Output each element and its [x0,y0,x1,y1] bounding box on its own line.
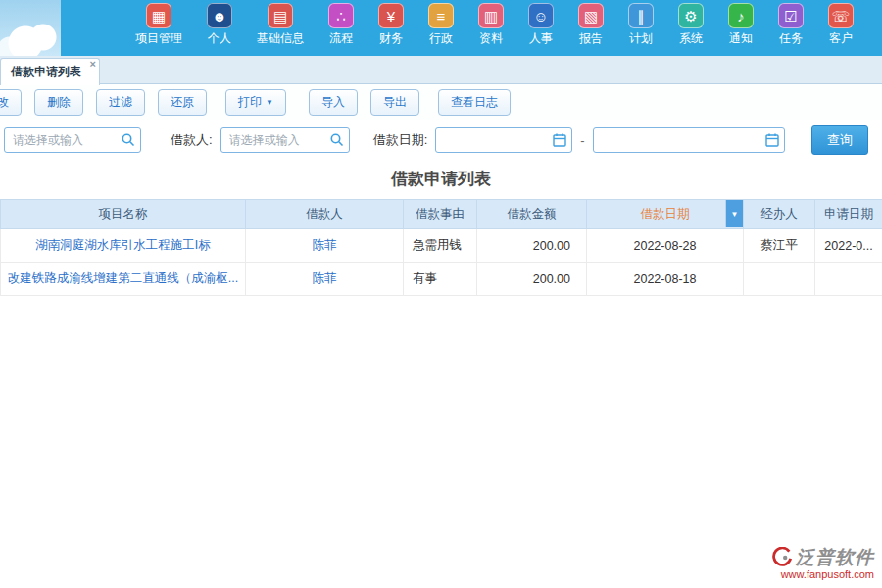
borrower-link[interactable]: 陈菲 [313,271,337,285]
loan-application-table: 项目名称 借款人 借款事由 借款金额 借款日期 ▼ 经办人 申请日期 湖南洞庭湖… [0,199,882,296]
nav-label: 通知 [729,30,753,47]
column-header-project-name[interactable]: 项目名称 [1,200,246,229]
filter-row: 借款人: 借款日期: - 查询 [0,120,882,161]
table-row[interactable]: 湖南洞庭湖水库引水工程施工I标 陈菲 急需用钱 200.00 2022-08-2… [1,229,882,263]
nav-item-workflow[interactable]: ∴ 流程 [328,3,354,47]
column-header-handler[interactable]: 经办人 [744,200,815,229]
nav-item-report[interactable]: ▧ 报告 [578,3,604,47]
nav-item-materials[interactable]: ▥ 资料 [478,3,504,47]
nav-item-personal[interactable]: ☻ 个人 [207,3,232,47]
search-icon[interactable] [121,132,136,148]
import-button[interactable]: 导入 [309,89,358,116]
nav-item-project-management[interactable]: ▦ 项目管理 [135,3,182,47]
document-icon: ▤ [268,3,293,28]
plan-icon: ∥ [628,3,654,28]
nav-label: 行政 [429,30,453,47]
column-header-loan-reason[interactable]: 借款事由 [404,200,477,229]
delete-button[interactable]: 删除 [34,89,83,116]
calendar-icon[interactable] [764,132,780,148]
chevron-down-icon: ▼ [266,98,273,107]
restore-button[interactable]: 还原 [158,89,207,116]
layers-icon: ≡ [428,3,454,28]
nav-label: 财务 [379,30,403,47]
nav-item-customer[interactable]: ☏ 客户 [828,3,854,47]
cell-loan-reason: 有事 [404,263,477,296]
nav-item-task[interactable]: ☑ 任务 [778,3,804,47]
page-title: 借款申请列表 [0,168,882,190]
loan-date-label: 借款日期: [373,131,428,149]
column-header-loan-amount[interactable]: 借款金额 [477,200,587,229]
column-header-apply-date[interactable]: 申请日期 [815,200,882,229]
cloud-logo [0,0,61,56]
query-button[interactable]: 查询 [811,125,868,155]
cell-handler: 蔡江平 [744,229,815,263]
filter-button[interactable]: 过滤 [96,89,145,116]
toolbar: 改 删除 过滤 还原 打印 ▼ 导入 导出 查看日志 [0,84,882,120]
view-log-button[interactable]: 查看日志 [438,89,511,116]
task-icon: ☑ [778,3,804,28]
brand-url: www.fanpusoft.com [771,568,874,580]
speaker-icon: ♪ [728,3,754,28]
report-icon: ▧ [578,3,604,28]
cell-borrower: 陈菲 [246,229,404,263]
tab-label: 借款申请列表 [11,64,81,80]
file-icon: ▥ [478,3,504,28]
nav-label: 流程 [329,30,353,47]
search-icon[interactable] [329,132,345,148]
nav-item-system[interactable]: ⚙ 系统 [678,3,704,47]
nav-item-basic-info[interactable]: ▤ 基础信息 [257,3,304,47]
print-label: 打印 [238,94,262,111]
borrower-link[interactable]: 陈菲 [313,238,337,252]
calendar-icon[interactable] [552,132,567,148]
nav-label: 任务 [779,30,803,47]
fanpu-logo-icon [771,547,793,568]
cell-loan-amount: 200.00 [477,229,587,263]
tab-loan-application-list[interactable]: 借款申请列表 × [0,58,100,85]
customer-icon: ☏ [828,3,854,28]
nav-label: 个人 [208,30,231,47]
table-header-row: 项目名称 借款人 借款事由 借款金额 借款日期 ▼ 经办人 申请日期 [1,200,882,229]
loan-date-to-input[interactable] [593,127,785,153]
nav-label: 资料 [479,30,503,47]
date-range-separator: - [580,133,584,148]
brand-name: 泛普软件 [796,545,874,570]
flowchart-icon: ∴ [328,3,354,28]
cell-project-name: 改建铁路成渝线增建第二直通线（成渝枢... [1,263,246,296]
tab-bar: 借款申请列表 × [0,56,882,84]
cell-project-name: 湖南洞庭湖水库引水工程施工I标 [1,229,246,263]
project-link[interactable]: 改建铁路成渝线增建第二直通线（成渝枢... [8,271,238,285]
nav-label: 人事 [529,30,553,47]
project-link[interactable]: 湖南洞庭湖水库引水工程施工I标 [35,238,210,252]
borrower-label: 借款人: [171,131,213,149]
nav-item-hr[interactable]: ☺ 人事 [528,3,554,47]
loan-date-header-label: 借款日期 [641,207,690,220]
close-icon[interactable]: × [90,59,96,70]
nav-label: 客户 [829,30,853,47]
nav-item-finance[interactable]: ¥ 财务 [378,3,404,47]
print-button[interactable]: 打印 ▼ [225,89,286,116]
column-header-loan-date[interactable]: 借款日期 ▼ [587,200,744,229]
nav-label: 计划 [629,30,653,47]
cell-loan-amount: 200.00 [477,263,587,296]
finance-icon: ¥ [378,3,404,28]
nav-label: 报告 [579,30,603,47]
nav-label: 基础信息 [257,30,304,47]
nav-item-plan[interactable]: ∥ 计划 [628,3,654,47]
nav-item-administration[interactable]: ≡ 行政 [428,3,454,47]
column-dropdown-icon[interactable]: ▼ [725,200,743,227]
table-row[interactable]: 改建铁路成渝线增建第二直通线（成渝枢... 陈菲 有事 200.00 2022-… [1,263,882,296]
nav-label: 系统 [679,30,703,47]
cell-apply-date: 2022-0... [815,229,882,263]
cell-loan-date: 2022-08-18 [587,263,744,296]
export-button[interactable]: 导出 [370,89,419,116]
hr-person-icon: ☺ [528,3,554,28]
edit-button[interactable]: 改 [0,89,22,116]
nav-item-notice[interactable]: ♪ 通知 [728,3,754,47]
cell-loan-reason: 急需用钱 [404,229,477,263]
main-nav: ▦ 项目管理 ☻ 个人 ▤ 基础信息 ∴ 流程 ¥ 财务 ≡ 行政 ▥ 资料 ☺ [135,3,878,47]
top-header: ▦ 项目管理 ☻ 个人 ▤ 基础信息 ∴ 流程 ¥ 财务 ≡ 行政 ▥ 资料 ☺ [0,0,882,56]
brand-watermark: 泛普软件 www.fanpusoft.com [771,545,874,580]
cell-borrower: 陈菲 [246,263,404,296]
person-icon: ☻ [207,3,232,28]
column-header-borrower[interactable]: 借款人 [246,200,404,229]
